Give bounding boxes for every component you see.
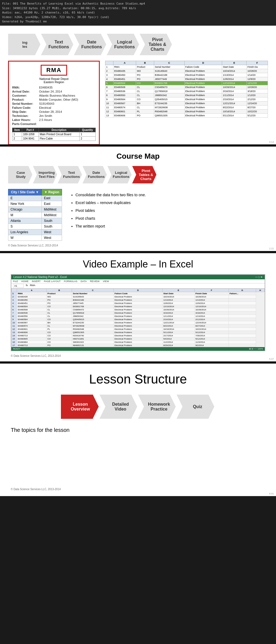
file-info-line5: Generated by Thumbnail me	[2, 19, 274, 24]
slide-3: Video Example – In Excel Lesson 4.2 Nati…	[0, 253, 276, 361]
bullet-item: Excel tables – remove duplicates	[75, 199, 146, 206]
excel-data-area: A B C D E F G H 1RMAProductSerial Number…	[11, 289, 265, 347]
excel-row: 6E0480508CLC93856472Electrical Problem10…	[12, 308, 265, 311]
rma-field-product: Product: Mobile Computer, Other (MO)	[12, 98, 96, 101]
step-pivot: PivotTables &Charts	[140, 34, 172, 55]
formula-equals: fx	[26, 284, 28, 288]
excel-row: 8E0480550CLJ98850342Electrical Problem1/…	[105, 93, 268, 97]
ribbon-view[interactable]: VIEW	[103, 280, 109, 283]
city-table: City / Site Code ▼ ▼ Region EEastNew Yor…	[8, 189, 62, 241]
step-nav-2: CaseStudy ImportingText Files TextFuncti…	[8, 166, 268, 184]
slide4-copyright: © Data Science Services LLC, 2013-2014	[11, 488, 265, 491]
excel-row: 10E0480567BHE73244235Electrical Problem1…	[12, 321, 265, 324]
formula-content: RMA	[30, 284, 35, 288]
lesson-topics-title: The topics for the lesson	[11, 427, 265, 433]
pivot-bullet-list: Consolidate the data from two files to o…	[70, 189, 146, 241]
excel-row: 13E0480606POQ98551505Electrical Problem5…	[105, 113, 268, 117]
statusbar-zoom: ⊞ ⊟ ── 100%	[249, 348, 263, 350]
cell-ref-box[interactable]: A1	[13, 284, 24, 288]
rma-field-failure: Failure Code: Electrical	[12, 106, 96, 109]
excel-data-table: A B C D E F G H 1RMAProductSerial Number…	[11, 289, 265, 347]
file-info-line3: Audio: aac, 44100 Hz, 2 channels, s16, 6…	[2, 11, 274, 15]
step2-case: CaseStudy	[8, 166, 32, 184]
slide1-counter: 0:14	[269, 141, 274, 143]
city-row: Los AngelesWest	[8, 229, 62, 235]
ribbon-home[interactable]: HOME	[21, 280, 29, 283]
excel-row: 2E0480435MOS19145643Electrical Problem10…	[105, 69, 268, 73]
excel-row: 4E0480451POJ65077445Electrical Problem12…	[12, 301, 265, 305]
excel-row: 12E0480601PLR93482048Electrical Problem1…	[105, 109, 268, 113]
file-info-header: File: 001 The Benefits of Learning Excel…	[0, 0, 276, 26]
step-logical-functions: LogicalFunctions	[107, 34, 139, 55]
rma-field-arrival: Arrival Date: October 24, 2014	[12, 90, 96, 93]
bullet-item: Pivot tables	[75, 207, 146, 214]
excel-row: 8E0480550CLJ98850342Electrical Problem1/…	[12, 314, 265, 318]
ribbon-review[interactable]: REVIEW	[90, 280, 100, 283]
slide3-copyright: © Data Science Services LLC, 2013-2014	[11, 354, 265, 357]
excel-row: 5E0480504COE83831708Electrical Problem12…	[105, 81, 268, 85]
slide2-copyright: © Data Science Services LLC, 2013-2014	[8, 244, 268, 247]
step2-import: ImportingText Files	[33, 166, 57, 184]
file-info-line2: Size: 34981232 bytes (35.27 MiB), durati…	[2, 6, 274, 11]
course-map-title: Course Map	[8, 152, 268, 161]
city-row: SSouth	[8, 223, 62, 229]
rma-company: National Repair Depot	[12, 77, 96, 80]
city-row: WWest	[8, 235, 62, 240]
rma-field-labor: Labor Hours: 2.5 Hours	[12, 118, 96, 121]
separator-2	[0, 251, 276, 253]
step-nav-1: ingles TextFunctions DateFunctions Logic…	[8, 34, 268, 55]
city-row: New YorkEast	[8, 201, 62, 206]
excel-row: 11E0480574CLM72829938Electrical Problem8…	[12, 324, 265, 327]
excel-row: 4E0480451POJ65077449Electrical Problem12…	[105, 77, 268, 81]
step2-pivot: PivotTables &Charts	[132, 166, 156, 184]
video-title: Video Example – In Excel	[11, 259, 265, 270]
ribbon-insert[interactable]: INSERT	[32, 280, 41, 283]
ribbon-data[interactable]: DATA	[81, 280, 87, 283]
file-info-line1: File: 001 The Benefits of Learning Excel…	[2, 2, 274, 6]
excel-row: 10E0480567BHE73244235Electrical Problem1…	[105, 101, 268, 105]
excel-row: 15E0480805COH60721891Electrical Problem5…	[12, 337, 265, 340]
city-row: MMidWest	[8, 212, 62, 218]
step2-date: DateFunctions	[82, 166, 107, 184]
excel-row: 14E0480713COK83416740Electrical Problem2…	[12, 334, 265, 337]
rma-parts-table: Item Part # Description Quantity 1 100-1…	[12, 128, 96, 141]
excel-row: 7E0480536CLQ17856918Electrical Problem3/…	[105, 89, 268, 93]
rma-field-tech: Technician: Jim Smith	[12, 114, 96, 117]
rma-field-ship: Ship Date: October 28, 2014	[12, 110, 96, 113]
excel-title-text: Lesson 4.2 National Starting Point v2 - …	[13, 276, 67, 279]
excel-formula-bar: A1 fx RMA	[11, 283, 265, 289]
ribbon-formulas[interactable]: FORMULAS	[64, 280, 77, 283]
topics-space	[11, 436, 265, 484]
rma-part-row: 1 100-1058 Main Printed Circuit Board 1	[12, 132, 96, 136]
excel-row: 3E0480450POB38442188Electrical Problem1/…	[105, 73, 268, 77]
excel-ribbon: FILE HOME INSERT PAGE LAYOUT FORMULAS DA…	[11, 279, 265, 283]
rma-field-serial: Serial Number: S19145643	[12, 102, 96, 105]
step-import: ingles	[8, 34, 40, 55]
rma-title: RMA	[41, 65, 67, 76]
slide-2: Course Map CaseStudy ImportingText Files…	[0, 147, 276, 251]
bullet-item: Consolidate the data from two files to o…	[75, 192, 146, 198]
excel-statusbar: READY ⊞ ⊟ ── 100%	[11, 347, 265, 351]
excel-row: 13E0480606COQ98551505Electrical Problem5…	[12, 331, 265, 334]
lesson-step-homework: HomeworkPractice	[138, 395, 176, 419]
city-row: AtlantaSouth	[8, 218, 62, 223]
excel-table-slide1: A B C D E F 1RMAProductSerial NumberFail…	[105, 61, 268, 144]
excel-row: 11E0480574CLM72829938Electrical Problem8…	[105, 105, 268, 109]
excel-window-controls: ─ □ ✕	[255, 276, 263, 279]
city-row: EEast	[8, 195, 62, 201]
bullet-item: Pivot charts	[75, 215, 146, 222]
ribbon-file[interactable]: FILE	[13, 280, 18, 283]
lesson-step-video: DetailedVideo	[99, 395, 137, 419]
excel-row: 1RMAProductSerial NumberFailure CodeStar…	[12, 292, 265, 295]
slide3-counter: 5:07	[269, 358, 274, 360]
lesson-structure-title: Lesson Structure	[11, 372, 265, 387]
step-date-functions: DateFunctions	[74, 34, 106, 55]
excel-row: 9E0480564COQ35405015Electrical Problem2/…	[105, 97, 268, 101]
excel-row: 6E0480508CLC93485673Electrical Problem10…	[105, 85, 268, 89]
statusbar-ready: READY	[13, 348, 20, 350]
excel-row: 3E0480450POB38442188Electrical Problem1/…	[12, 298, 265, 301]
slide2-bottom: City / Site Code ▼ ▼ Region EEastNew Yor…	[8, 189, 268, 241]
ribbon-pagelayout[interactable]: PAGE LAYOUT	[44, 280, 61, 283]
separator-3	[0, 361, 276, 364]
excel-row: 16E0480884COS86301922Electrical Problem1…	[12, 340, 265, 344]
